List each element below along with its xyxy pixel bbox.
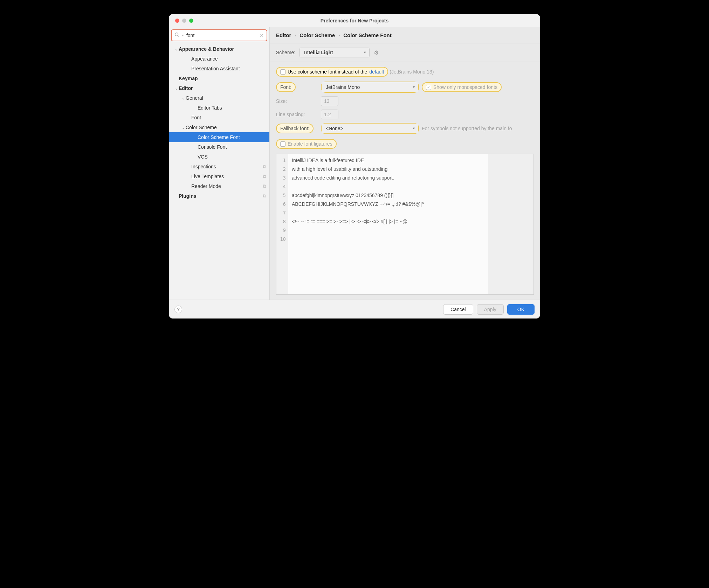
scheme-value: IntelliJ Light — [304, 50, 333, 55]
breadcrumb: Editor › Color Scheme › Color Scheme Fon… — [270, 27, 540, 43]
copy-icon: ⧉ — [263, 183, 266, 189]
sidebar-item[interactable]: Font — [169, 113, 269, 122]
svg-point-0 — [175, 33, 178, 36]
sidebar-item-label: Keymap — [179, 76, 266, 81]
chevron-down-icon: ▼ — [412, 127, 415, 130]
sidebar-item-label: Presentation Assistant — [191, 66, 266, 71]
search-input-wrap[interactable]: ▼ ✕ — [171, 29, 267, 41]
checkbox-checked-icon: ✓ — [426, 85, 431, 90]
copy-icon: ⧉ — [263, 164, 266, 169]
line-spacing-label: Line spacing: — [276, 112, 318, 117]
sidebar-item[interactable]: Console Font — [169, 142, 269, 152]
fallback-font-value: <None> — [326, 126, 343, 131]
chevron-down-icon[interactable]: ⌄ — [181, 126, 186, 130]
checkbox-icon — [280, 69, 285, 75]
clear-search-icon[interactable]: ✕ — [260, 33, 264, 38]
svg-line-1 — [178, 36, 179, 37]
sidebar-item-label: Console Font — [198, 144, 266, 150]
sidebar-item[interactable]: Live Templates⧉ — [169, 172, 269, 181]
sidebar-item[interactable]: ⌄Color Scheme — [169, 122, 269, 132]
chevron-down-icon[interactable]: ⌄ — [174, 47, 179, 51]
size-input[interactable]: 13 — [321, 96, 338, 106]
sidebar-item[interactable]: Keymap — [169, 74, 269, 83]
sidebar-item-label: Plugins — [179, 193, 263, 199]
line-spacing-input[interactable]: 1.2 — [321, 110, 338, 119]
sidebar-item[interactable]: Presentation Assistant — [169, 64, 269, 74]
sidebar-item[interactable]: Editor Tabs — [169, 103, 269, 113]
checkbox-icon — [280, 141, 285, 147]
sidebar-item-label: Editor — [179, 85, 266, 91]
cancel-button[interactable]: Cancel — [443, 304, 473, 315]
chevron-down-icon[interactable]: ⌄ — [174, 86, 179, 90]
gutter: 12345678910 — [276, 154, 288, 294]
sidebar-item-label: Editor Tabs — [198, 105, 266, 111]
ligatures-checkbox[interactable]: Enable font ligatures — [276, 139, 337, 149]
preview-code: IntelliJ IDEA is a full-featured IDEwith… — [288, 154, 488, 294]
sidebar-item-label: Inspections — [191, 164, 263, 169]
apply-button: Apply — [477, 304, 504, 315]
sidebar: ▼ ✕ ⌄Appearance & BehaviorAppearancePres… — [169, 27, 270, 300]
search-icon — [174, 32, 179, 38]
chevron-down-icon: ▼ — [412, 85, 415, 89]
breadcrumb-item[interactable]: Editor — [276, 32, 291, 38]
scheme-dropdown[interactable]: IntelliJ Light ▼ — [300, 48, 370, 57]
use-scheme-label-prefix: Use color scheme font instead of the — [288, 69, 367, 75]
fallback-font-dropdown[interactable]: <None> ▼ — [322, 124, 418, 133]
sidebar-item[interactable]: Plugins⧉ — [169, 191, 269, 201]
sidebar-item[interactable]: ⌄Editor — [169, 83, 269, 93]
sidebar-item-label: Appearance — [191, 56, 266, 62]
sidebar-item-label: VCS — [198, 154, 266, 160]
window-title: Preferences for New Projects — [169, 18, 540, 23]
copy-icon: ⧉ — [263, 174, 266, 179]
minimap[interactable] — [488, 154, 534, 294]
only-monospaced-label: Show only monospaced fonts — [433, 84, 497, 90]
size-label: Size: — [276, 98, 318, 104]
sidebar-item[interactable]: ⌄Appearance & Behavior — [169, 44, 269, 54]
default-font-link[interactable]: default — [369, 69, 384, 75]
fallback-font-label: Fallback font: — [276, 124, 314, 133]
chevron-right-icon: › — [338, 33, 340, 38]
breadcrumb-item[interactable]: Color Scheme — [300, 32, 335, 38]
fallback-hint: For symbols not supported by the main fo — [422, 126, 534, 131]
default-font-info: (JetBrains Mono,13) — [390, 69, 434, 75]
sidebar-item-label: Live Templates — [191, 174, 263, 179]
chevron-down-icon[interactable]: ⌄ — [181, 96, 186, 100]
footer: ? Cancel Apply OK — [169, 300, 540, 318]
sidebar-item[interactable]: ⌄General — [169, 93, 269, 103]
only-monospaced-checkbox[interactable]: ✓ Show only monospaced fonts — [422, 82, 502, 92]
sidebar-item[interactable]: VCS — [169, 152, 269, 162]
sidebar-item-label: Reader Mode — [191, 183, 263, 189]
breadcrumb-item: Color Scheme Font — [343, 32, 392, 38]
use-scheme-font-checkbox[interactable]: Use color scheme font instead of the def… — [276, 67, 388, 77]
sidebar-item[interactable]: Reader Mode⧉ — [169, 181, 269, 191]
settings-tree: ⌄Appearance & BehaviorAppearancePresenta… — [169, 44, 269, 201]
sidebar-item-label: Appearance & Behavior — [179, 46, 266, 52]
sidebar-item-label: Color Scheme Font — [198, 134, 266, 140]
sidebar-item-label: Color Scheme — [186, 125, 266, 130]
chevron-right-icon: › — [295, 33, 296, 38]
ok-button[interactable]: OK — [507, 304, 535, 315]
sidebar-item-label: Font — [191, 115, 266, 120]
sidebar-item[interactable]: Appearance — [169, 54, 269, 64]
font-dropdown[interactable]: JetBrains Mono ▼ — [322, 82, 418, 92]
search-dropdown-icon[interactable]: ▼ — [181, 34, 184, 37]
main-panel: Editor › Color Scheme › Color Scheme Fon… — [270, 27, 540, 300]
copy-icon: ⧉ — [263, 193, 266, 199]
gear-icon[interactable]: ⚙ — [374, 49, 379, 56]
ligatures-label: Enable font ligatures — [288, 141, 332, 147]
titlebar: Preferences for New Projects — [169, 14, 540, 27]
help-icon[interactable]: ? — [174, 306, 182, 313]
font-label: Font: — [276, 82, 296, 92]
sidebar-item[interactable]: Color Scheme Font — [169, 132, 269, 142]
scheme-label: Scheme: — [276, 50, 295, 55]
font-preview: 12345678910 IntelliJ IDEA is a full-feat… — [276, 154, 534, 295]
scheme-row: Scheme: IntelliJ Light ▼ ⚙ — [270, 43, 540, 62]
sidebar-item[interactable]: Inspections⧉ — [169, 162, 269, 172]
chevron-down-icon: ▼ — [363, 51, 366, 54]
search-input[interactable] — [186, 33, 257, 38]
preferences-window: Preferences for New Projects ▼ ✕ ⌄Appear… — [169, 14, 540, 318]
sidebar-item-label: General — [186, 95, 266, 101]
font-value: JetBrains Mono — [326, 84, 360, 90]
